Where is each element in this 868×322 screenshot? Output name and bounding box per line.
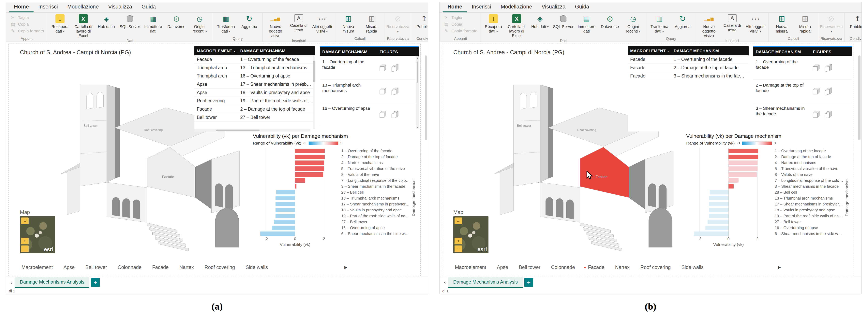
slicer-item[interactable]: Nartex [614,264,630,270]
chart-bar[interactable] [274,220,295,224]
chart-bar[interactable] [709,214,728,218]
table-row[interactable]: Facade 3 – Shear mechanisms in the facad… [628,72,749,80]
ribbon-tab[interactable]: Guida [570,2,594,12]
column-header-damage-mechanism[interactable]: DAMAGE MECHANISM [238,49,315,53]
add-page-button[interactable]: + [524,278,533,287]
ribbon-tab[interactable]: Inserisci [34,2,63,12]
column-header-figures[interactable]: FIGURES [811,50,852,54]
map-visual[interactable]: ≡ + − esri [20,216,55,253]
ribbon-button[interactable]: Hub dati ▾ [95,13,118,29]
ribbon-button[interactable]: Misura rapida [794,13,816,34]
slicer-item[interactable]: Nartex [178,264,194,270]
horizontal-scrollbar[interactable] [194,129,310,131]
ribbon-small-button[interactable]: Taglia [443,14,477,21]
slicer-item[interactable]: Side walls [244,264,268,270]
app-vertical-scrollbar[interactable] [425,56,427,140]
ribbon-button[interactable]: SQL Server [118,13,141,29]
scroll-down-icon[interactable]: ▼ [416,126,418,128]
chart-bar[interactable] [709,196,728,200]
ribbon-button[interactable]: Altri oggetti visivi ▾ [311,13,334,34]
chart-bar[interactable] [728,166,757,171]
map-zoom-out-button[interactable]: − [455,246,462,252]
table-row[interactable]: 1 – Overturning of the facade [320,56,418,80]
slicer-item[interactable]: Colonnade [550,264,575,270]
chart-bar[interactable] [728,155,758,159]
ribbon-button[interactable]: Misura rapida [360,13,383,34]
slicer-item[interactable]: Bell tower [517,264,540,270]
ribbon-button[interactable]: Aggiorna [238,13,261,29]
ribbon-button[interactable]: Immettere dati [575,13,598,34]
ribbon-button[interactable]: Riservatezza ▾ [820,13,843,34]
table-row[interactable]: Triumphal arch 13 – Triumphal arch mecha… [194,64,315,72]
slicer-item[interactable]: Macroelement [20,264,53,270]
chart-bar[interactable] [276,214,295,218]
ribbon-tab[interactable]: Guida [137,2,160,12]
page-tab[interactable]: Damage Mechanisms Analysis [448,277,523,288]
vertical-scrollbar[interactable] [313,56,315,129]
ribbon-button[interactable]: Aggiorna [671,13,694,29]
table-row[interactable]: 16 – Overturning of apse [320,103,418,126]
chart-bar[interactable] [708,220,728,224]
column-header-macroelement[interactable]: MACROELEMENT▲ [628,49,671,53]
ribbon-small-button[interactable]: Copia [443,21,477,28]
table-row[interactable]: Facade 1 – Overturning of the facade [628,56,749,64]
table-row[interactable]: 13 – Triumphal arch mechanisms [320,80,418,103]
map-menu-button[interactable]: ≡ [455,218,462,224]
map-zoom-in-button[interactable]: + [21,237,29,244]
slicer-item[interactable]: Apse [62,264,74,270]
table-row[interactable]: Apse 18 – Vaults in presbytery and apse [194,89,315,97]
table-row[interactable]: Facade 2 – Damage at the top of facade [628,64,749,72]
ribbon-button[interactable]: Recupera dati ▾ [49,13,71,34]
ribbon-button[interactable]: Nuova misura [770,13,793,34]
chart-bar[interactable] [276,196,295,200]
chart-bar[interactable] [276,202,295,206]
scroll-up-icon[interactable]: ▲ [416,57,418,59]
table-row[interactable]: 1 – Overturning of the facade [753,56,852,80]
chart-bar[interactable] [272,226,295,230]
column-header-damage-mechanism[interactable]: DAMAGE MECHANISM [671,49,749,53]
chart-bar[interactable] [710,190,728,194]
table-row[interactable]: Triumphal arch 16 – Overturning of apse [194,72,315,80]
map-menu-button[interactable]: ≡ [21,218,29,224]
ribbon-button[interactable]: Nuovo oggetto visivo [264,13,287,38]
slicer-item[interactable]: Side walls [680,264,704,270]
chart-bar[interactable] [295,166,324,171]
ribbon-button[interactable]: Cartella di lavoro di Excel [505,13,528,38]
chart-bar[interactable] [694,231,728,236]
slicer-item[interactable]: ● Facade [584,264,604,270]
ribbon-small-button[interactable]: Copia formato [10,28,44,34]
ribbon-button[interactable]: Riservatezza ▾ [386,13,409,34]
ribbon-button[interactable]: Pubblica [413,13,428,29]
slicer-item[interactable]: Apse [495,264,508,270]
ribbon-button[interactable]: Dataverse [598,13,621,29]
slicer-more-arrow-icon[interactable]: ▶ [344,265,347,269]
column-header-damage-mechanism[interactable]: DAMAGE MECHANISM [753,50,811,54]
ribbon-button[interactable]: Recupera dati ▾ [482,13,505,34]
ribbon-tab[interactable]: Inserisci [467,2,496,12]
slicer-item[interactable]: Colonnade [116,264,142,270]
chart-bar[interactable] [276,190,295,194]
ribbon-tab[interactable]: Modellazione [496,2,537,12]
map-visual[interactable]: ≡ + − esri [453,216,489,253]
table-row[interactable]: Facade 1 – Overturning of the facade [194,56,315,64]
slicer-more-arrow-icon[interactable]: ▶ [778,265,781,269]
slicer-item[interactable]: Macroelement [453,264,486,270]
table-row[interactable]: Apse 17 – Shear mechanisms in presbytery… [194,80,315,89]
facade-surface[interactable] [147,147,195,198]
ribbon-button[interactable]: Trasforma dati ▾ [215,13,238,34]
chart-bar[interactable] [728,161,757,165]
table-row[interactable]: Roof covering 19 – Part of the roof: sid… [194,97,315,105]
table-row[interactable]: 3 – Shear mechanisms in the facade [753,103,852,126]
chart-bar[interactable] [728,149,758,153]
ribbon-button[interactable]: Origini recenti ▾ [622,13,645,34]
apse-arch[interactable] [649,208,673,247]
ribbon-button[interactable]: Origini recenti ▾ [188,13,211,34]
map-zoom-in-button[interactable]: + [455,237,462,244]
ribbon-tab[interactable]: Home [9,2,34,12]
column-header-damage-mechanism[interactable]: DAMAGE MECHANISM [320,50,377,54]
table-row[interactable]: Bell tower 27 – Bell tower [194,114,315,122]
ribbon-button[interactable]: Trasforma dati ▾ [648,13,671,34]
chart-bar[interactable] [295,178,305,183]
ribbon-button[interactable]: Cartella di lavoro di Excel [72,13,95,38]
map-zoom-out-button[interactable]: − [21,246,29,252]
